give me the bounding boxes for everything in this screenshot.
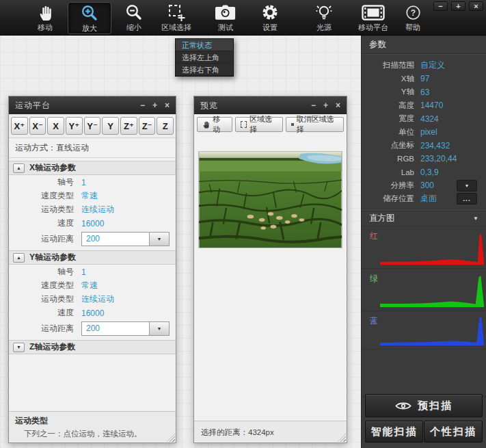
field-value: 1 <box>81 267 86 277</box>
toolbar-item-label: 移动 <box>23 23 67 33</box>
preview-image[interactable] <box>198 151 342 248</box>
panel-spacer <box>362 349 486 397</box>
field-label: 速度 <box>9 307 81 319</box>
prescan-label: 预扫描 <box>418 399 453 412</box>
field-value[interactable]: 连续运动 <box>81 204 114 215</box>
toolbar-item-move[interactable]: 移动 <box>23 2 67 34</box>
axis-button-z-plus[interactable]: Z⁺ <box>120 117 137 135</box>
field-value[interactable]: 连续运动 <box>81 293 114 305</box>
histogram-header[interactable]: 直方图 ▼ <box>362 211 486 226</box>
zoom-out-icon <box>112 2 156 23</box>
preview-panel-titlebar[interactable]: 预览 − + × <box>194 96 347 114</box>
toolbar-item-platform[interactable]: 移动平台 <box>351 2 395 34</box>
panel-maximize-button[interactable]: + <box>152 101 157 110</box>
preview-panel-controls: − + × <box>311 101 340 110</box>
browse-ellipsis-button[interactable]: ... <box>457 193 477 205</box>
field-label: 运动距离 <box>9 233 81 245</box>
histogram-label-2: 蓝 <box>370 315 378 327</box>
toolbar-item-label: 移动平台 <box>351 23 395 33</box>
x-distance-dropdown[interactable]: 200 ▼ <box>81 232 170 246</box>
panel-close-button[interactable]: × <box>165 101 170 110</box>
y-axis-section-header[interactable]: ▲ Y轴运动参数 <box>9 250 176 265</box>
chevron-down-icon[interactable]: ▼ <box>149 233 169 246</box>
param-value: 63 <box>420 88 429 97</box>
param-value[interactable]: 300 <box>420 181 434 190</box>
motion-panel-titlebar[interactable]: 运动平台 − + × <box>9 96 176 114</box>
y-distance-dropdown[interactable]: 200 ▼ <box>81 321 170 336</box>
toolbar-item-settings[interactable]: 设置 <box>248 2 292 34</box>
panel-minimize-button[interactable]: − <box>140 101 145 110</box>
param-value[interactable]: 桌面 <box>420 193 437 205</box>
z-axis-section-title: Z轴运动参数 <box>29 341 75 353</box>
field-value[interactable]: 16000 <box>81 308 104 318</box>
collapse-down-icon[interactable]: ▼ <box>13 343 25 352</box>
prescan-button[interactable]: 预扫描 <box>365 394 483 417</box>
panel-minimize-button[interactable]: − <box>311 101 316 110</box>
param-label: Lab <box>362 168 420 176</box>
field-label: 速度类型 <box>9 280 81 291</box>
z-axis-section-header[interactable]: ▼ Z轴运动参数 <box>9 340 176 354</box>
region-select-icon <box>154 2 198 23</box>
preview-cancel-region-button[interactable]: 取消区域选择 <box>286 117 344 132</box>
collapse-up-icon[interactable]: ▲ <box>13 253 25 263</box>
toolbar-item-region-select[interactable]: 区域选择 <box>154 2 198 34</box>
toolbar-item-zoom-in[interactable]: 放大 <box>68 2 111 34</box>
field-label: 轴号 <box>9 266 81 278</box>
axis-button-y[interactable]: Y <box>102 117 119 135</box>
toolbar-item-light[interactable]: 光源 <box>302 2 346 34</box>
field-value[interactable]: 常速 <box>81 190 98 202</box>
resolution-row: 分辨率 300 ▼ <box>362 179 486 193</box>
param-value: 0,3,9 <box>420 168 439 177</box>
toolbar-item-test[interactable]: 测试 <box>204 2 247 34</box>
panel-maximize-button[interactable]: + <box>323 101 328 110</box>
chevron-down-icon[interactable]: ▼ <box>473 215 478 222</box>
y-speed-type-row: 速度类型 常速 <box>9 279 176 292</box>
hand-icon <box>23 2 67 23</box>
axis-button-z-minus[interactable]: Z⁻ <box>139 117 156 135</box>
window-maximize-button[interactable]: + <box>451 1 465 11</box>
x-motion-type-row: 运动类型 连续运动 <box>9 203 176 216</box>
window-minimize-button[interactable]: − <box>433 1 448 11</box>
menu-item-select-bottom-right[interactable]: 选择右下角 <box>176 64 233 76</box>
panel-close-button[interactable]: × <box>336 101 340 110</box>
button-label: 区域选择 <box>249 114 278 135</box>
toolbar-item-label: 帮助 <box>391 23 435 33</box>
x-speed-type-row: 速度类型 常速 <box>9 189 176 202</box>
menu-item-select-top-left[interactable]: 选择左上角 <box>176 51 233 64</box>
axis-button-x-plus[interactable]: X⁺ <box>11 117 28 135</box>
toolbar-item-help[interactable]: ? 帮助 <box>391 2 435 34</box>
field-value[interactable]: 16000 <box>81 219 104 228</box>
param-value: 234,432 <box>420 141 450 150</box>
x-axis-section-title: X轴运动参数 <box>29 162 76 174</box>
field-value: 1 <box>81 178 86 187</box>
toolbar-item-zoom-out[interactable]: 缩小 <box>112 2 156 34</box>
field-label: 速度类型 <box>9 190 81 202</box>
bulb-icon <box>302 2 346 23</box>
param-value[interactable]: 自定义 <box>420 60 445 71</box>
preview-toolbar: 移动 区域选择 取消区域选择 <box>194 114 347 135</box>
chevron-down-icon[interactable]: ▼ <box>149 322 169 335</box>
field-label: 运动类型 <box>9 204 81 215</box>
save-location-row: 储存位置 桌面 ... <box>362 192 486 206</box>
custom-scan-button[interactable]: 个性扫描 <box>424 421 483 443</box>
x-axis-section-header[interactable]: ▲ X轴运动参数 <box>9 161 176 175</box>
platform-icon <box>351 2 395 23</box>
preview-region-select-button[interactable]: 区域选择 <box>235 117 283 132</box>
preview-move-button[interactable]: 移动 <box>197 117 232 132</box>
param-label: 扫描范围 <box>362 60 420 70</box>
point-coord-row: 点坐标 234,432 <box>362 139 486 153</box>
axis-button-x[interactable]: X <box>47 117 64 135</box>
axis-button-x-minus[interactable]: X⁻ <box>29 117 46 135</box>
axis-button-z[interactable]: Z <box>157 117 174 135</box>
field-value[interactable]: 常速 <box>81 280 98 291</box>
window-close-button[interactable]: × <box>469 1 483 11</box>
x-axis-number-row: 轴号 1 <box>9 176 176 189</box>
axis-button-y-plus[interactable]: Y⁺ <box>66 117 83 135</box>
y-axis-row: Y轴 63 <box>362 85 486 99</box>
custom-scan-label: 个性扫描 <box>430 425 476 438</box>
axis-button-y-minus[interactable]: Y⁻ <box>84 117 101 135</box>
collapse-up-icon[interactable]: ▲ <box>13 163 25 173</box>
resolution-dropdown-button[interactable]: ▼ <box>457 180 477 192</box>
menu-item-normal-state[interactable]: 正常状态 <box>176 39 233 51</box>
smart-scan-button[interactable]: 智能扫描 <box>365 421 423 443</box>
